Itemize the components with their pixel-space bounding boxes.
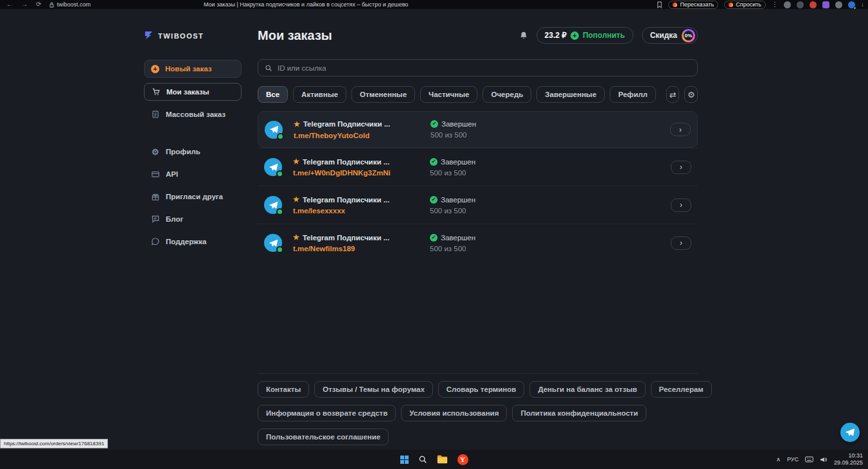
order-open-button[interactable]: ›: [670, 123, 691, 136]
footer-link-contacts[interactable]: Контакты: [258, 381, 309, 398]
filter-chip-completed[interactable]: Завершенные: [536, 86, 605, 103]
clock-date: 29.09.2025: [834, 459, 863, 466]
downloads-icon[interactable]: ↓: [861, 1, 864, 8]
balance-amount: 23.2 ₽: [545, 31, 567, 40]
logo[interactable]: TWIBOOST: [144, 30, 242, 41]
order-row[interactable]: ★Telegram Подписчики ... t.me/lesexxxxx …: [258, 186, 698, 224]
filter-chip-refill[interactable]: Рефилл: [610, 86, 656, 103]
taskbar-clock[interactable]: 10:31 29.09.2025: [834, 452, 863, 467]
discount-value: 0%: [684, 31, 693, 40]
telegram-fab[interactable]: [840, 423, 860, 442]
page: TWIBOOST + Новый заказ Мои заказы Массов…: [0, 9, 868, 450]
order-row[interactable]: ★Telegram Подписчики ... t.me/TheboyYuto…: [258, 111, 698, 148]
keyboard-icon[interactable]: [805, 456, 813, 463]
filter-chip-cancelled[interactable]: Отмененные: [351, 86, 415, 103]
search-bar: [258, 59, 698, 76]
yandex-browser-icon[interactable]: Y: [457, 454, 468, 465]
star-icon: ★: [293, 195, 299, 204]
order-row[interactable]: ★Telegram Подписчики ... t.me/Newfilms18…: [258, 224, 698, 261]
bookmark-icon[interactable]: [657, 1, 662, 8]
footer-link-review-bonus[interactable]: Деньги на баланс за отзыв: [529, 381, 645, 398]
order-status: Завершен: [441, 196, 475, 204]
search-input[interactable]: [278, 64, 691, 72]
file-explorer-icon[interactable]: [437, 455, 448, 464]
order-open-button[interactable]: ›: [671, 236, 691, 250]
footer-link-terms[interactable]: Условия использования: [401, 405, 507, 421]
filter-chip-all[interactable]: Все: [258, 86, 288, 103]
footer-link-reviews[interactable]: Отзывы / Темы на форумах: [314, 381, 433, 398]
sidebar-nav: + Новый заказ Мои заказы Массовый заказ …: [144, 60, 242, 250]
chevron-right-icon: ›: [680, 238, 682, 247]
cart-icon: [151, 87, 161, 97]
sidebar-item-my-orders[interactable]: Мои заказы: [144, 83, 242, 101]
footer-link-glossary[interactable]: Словарь терминов: [438, 381, 525, 398]
extension-icon[interactable]: [835, 1, 842, 8]
search-icon: [265, 64, 272, 72]
footer-link-refund-info[interactable]: Информация о возврате средств: [258, 405, 396, 421]
back-icon[interactable]: ←: [6, 1, 13, 8]
filter-chip-active[interactable]: Активные: [293, 86, 346, 103]
topup-button[interactable]: Пополнить: [583, 31, 625, 40]
logo-text: TWIBOOST: [158, 32, 204, 40]
order-link[interactable]: t.me/Newfilms189: [293, 245, 430, 252]
extension-icon[interactable]: [848, 1, 855, 8]
order-link[interactable]: t.me/lesexxxxx: [293, 207, 430, 215]
filter-chip-queue[interactable]: Очередь: [483, 86, 531, 103]
order-row[interactable]: ★Telegram Подписчики ... t.me/+W0nDgIDHN…: [258, 148, 698, 186]
forward-icon[interactable]: →: [21, 1, 28, 8]
tray-expand-icon[interactable]: ∧: [776, 456, 781, 463]
discount-pill[interactable]: Скидка 0%: [642, 27, 698, 44]
order-progress: 500 из 500: [430, 169, 475, 177]
extension-icon[interactable]: [784, 1, 791, 8]
ask-button[interactable]: Спросить: [724, 1, 766, 9]
taskbar-search-icon[interactable]: [418, 455, 427, 464]
browser-menu-icon[interactable]: ⋮: [772, 1, 778, 8]
avatar: [264, 158, 282, 176]
logo-icon: [144, 30, 154, 41]
sidebar-item-mass-order[interactable]: Массовый заказ: [144, 106, 242, 123]
refresh-icon[interactable]: ⟳: [36, 1, 41, 8]
order-status: Завершен: [441, 234, 475, 242]
document-list-icon: [150, 110, 160, 119]
sort-icon: ⇄: [669, 90, 677, 100]
extension-icon[interactable]: [810, 1, 817, 8]
address-bar[interactable]: twiboost.com: [49, 1, 91, 8]
online-dot: [277, 133, 284, 140]
balance-pill[interactable]: 23.2 ₽ + Пополнить: [536, 27, 633, 44]
online-dot: [276, 246, 283, 253]
chat-square-icon: [150, 215, 160, 224]
sidebar-item-invite-friend[interactable]: Пригласи друга: [144, 188, 242, 205]
gift-icon: [150, 192, 160, 202]
settings-button[interactable]: ⚙: [684, 86, 698, 103]
language-indicator[interactable]: РУС: [787, 456, 799, 463]
retell-button[interactable]: Пересказать: [668, 1, 718, 9]
bell-icon[interactable]: [519, 31, 528, 40]
order-status: Завершен: [441, 158, 475, 166]
avatar: [264, 234, 282, 252]
extension-icon[interactable]: [822, 1, 829, 8]
online-dot: [276, 170, 283, 177]
order-link[interactable]: t.me/TheboyYutoCold: [294, 132, 430, 139]
order-link[interactable]: t.me/+W0nDgIDHNKg3ZmNi: [293, 169, 430, 177]
order-open-button[interactable]: ›: [671, 199, 691, 212]
footer-links-row: Контакты Отзывы / Темы на форумах Словар…: [258, 381, 698, 398]
sidebar-item-new-order[interactable]: + Новый заказ: [144, 60, 242, 78]
sort-button[interactable]: ⇄: [666, 86, 680, 103]
filter-chip-partial[interactable]: Частичные: [420, 86, 477, 103]
sidebar-item-profile[interactable]: ⚙ Профиль: [144, 143, 242, 160]
extension-icon[interactable]: [797, 1, 804, 8]
footer-link-user-agreement[interactable]: Пользовательское соглашение: [258, 429, 389, 445]
taskbar: Y ∧ РУС 10:31 29.09.2025: [0, 450, 868, 469]
avatar: [265, 121, 283, 139]
sidebar-item-api[interactable]: API: [144, 166, 242, 182]
footer-link-resellers[interactable]: Реселлерам: [651, 381, 712, 398]
order-open-button[interactable]: ›: [671, 161, 691, 174]
gear-icon: ⚙: [150, 147, 160, 157]
sidebar-item-support[interactable]: Поддержка: [144, 233, 242, 250]
footer-link-privacy[interactable]: Политика конфиденциальности: [512, 405, 646, 421]
windows-start-icon[interactable]: [400, 456, 409, 464]
volume-icon[interactable]: [820, 456, 828, 463]
tab-title: Мои заказы | Накрутка подписчиков и лайк…: [204, 0, 408, 9]
check-icon: ✔: [430, 234, 438, 242]
sidebar-item-blog[interactable]: Блог: [144, 211, 242, 227]
